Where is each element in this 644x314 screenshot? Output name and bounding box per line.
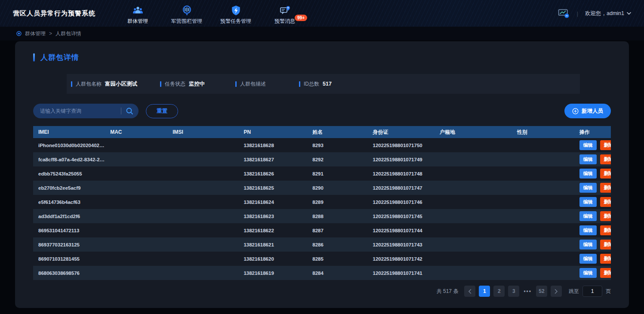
cell-pn: 13821618620 [238,256,307,262]
cell-imei: e5f614736b4acf63 [33,200,105,205]
cell-imei: edbb75243fa25055 [33,171,105,176]
info-item-task-status: 任务状态 监控中 [160,80,235,88]
edit-button[interactable]: 编辑 [579,254,597,264]
pagination-prev-button[interactable] [464,286,475,297]
page-title: 人群包详情 [40,52,79,62]
pagination-ellipsis[interactable]: ••• [523,288,533,294]
info-bar: 人群包名称 富园小区测试 任务状态 监控中 人群包描述 ID总数 517 [67,74,580,94]
column-header-name: 姓名 [307,129,367,136]
delete-button[interactable]: 删除 [600,154,611,164]
info-value: 监控中 [189,80,205,88]
cell-imei: 869531041472113 [33,228,105,233]
table-row: edbb75243fa25055 13821618626 8291 120225… [33,166,611,181]
pagination-page-1[interactable]: 1 [479,286,490,297]
cell-name: 8287 [307,228,367,233]
cell-idcard: 120225198801071744 [368,228,434,233]
cell-imei: 868063038698576 [33,271,105,276]
add-person-button[interactable]: 新增人员 [564,104,611,118]
pagination-page-52[interactable]: 52 [536,286,547,297]
breadcrumb-dot-icon [16,31,22,36]
jump-prefix: 跳至 [569,288,579,295]
table-header-row: IMEI MAC IMSI PN 姓名 身份证 户籍地 性别 操作 [33,126,611,138]
delete-button[interactable]: 删除 [600,268,611,278]
nav-item-fence-management[interactable]: 军营围栏管理 [165,2,208,25]
table-row: fca8cff8-a07a-4ed2-8342-26ab5... 1382161… [33,152,611,166]
delete-button[interactable]: 删除 [600,183,611,193]
shield-icon [230,5,242,16]
cell-name: 8291 [307,171,367,176]
title-row: 人群包详情 [15,41,629,62]
column-header-gender: 性别 [512,129,574,136]
cell-idcard: 120225198801071743 [368,242,434,247]
nav-item-group-management[interactable]: 群体管理 [116,2,159,25]
column-header-idcard: 身份证 [368,129,434,136]
cell-pn: 13821618625 [238,185,307,191]
screen-icon[interactable] [557,7,570,19]
user-menu[interactable]: 欢迎您，admin1 [585,10,631,17]
edit-button[interactable]: 编辑 [579,211,597,221]
cell-idcard: 120225198801071742 [368,256,434,262]
pagination-next-button[interactable] [551,286,562,297]
pagination-page-3[interactable]: 3 [508,286,519,297]
info-value: 富园小区测试 [105,80,137,88]
delete-button[interactable]: 删除 [600,240,611,249]
info-label: 人群包描述 [240,80,266,88]
pagination: 共 517 条 123•••52 跳至 页 [33,286,611,297]
info-label: 人群包名称 [76,80,102,88]
app-header: 营区人员异常行为预警系统 群体管理 [0,0,644,27]
cell-idcard: 120225198801071747 [368,185,434,191]
search-input[interactable] [40,108,117,114]
delete-button[interactable]: 删除 [600,254,611,264]
breadcrumb-item-group[interactable]: 群体管理 [25,30,46,37]
column-header-huji: 户籍地 [434,129,512,136]
nav-item-warning-task-management[interactable]: 预警任务管理 [214,2,257,25]
edit-button[interactable]: 编辑 [579,268,597,278]
jump-suffix: 页 [606,288,611,295]
breadcrumb-separator: > [49,31,52,37]
search-divider [121,108,121,114]
edit-button[interactable]: 编辑 [579,197,597,207]
edit-button[interactable]: 编辑 [579,140,597,150]
search-icon[interactable] [126,107,133,115]
edit-button[interactable]: 编辑 [579,240,597,249]
table-row: eb270fcb2ee5acf9 13821618625 8290 120225… [33,181,611,195]
edit-button[interactable]: 编辑 [579,183,597,193]
cell-name: 8292 [307,157,367,162]
edit-button[interactable]: 编辑 [579,225,597,235]
nav-label: 群体管理 [127,18,148,25]
search-box [33,104,139,118]
cell-pn: 13821618628 [238,143,307,148]
nav-label: 预警消息 [274,18,295,25]
reset-button[interactable]: 重置 [146,104,178,118]
pagination-page-2[interactable]: 2 [493,286,505,297]
nav-item-warning-messages[interactable]: 预警消息 99+ [263,2,306,25]
info-item-package-desc: 人群包描述 [235,80,299,88]
breadcrumb: 群体管理 > 人群包详情 [0,27,644,40]
info-value: 517 [323,81,332,87]
cell-name: 8286 [307,242,367,247]
edit-button[interactable]: 编辑 [579,154,597,164]
delete-button[interactable]: 删除 [600,140,611,150]
header-divider: | [577,10,578,17]
cell-name: 8289 [307,200,367,205]
cell-name: 8288 [307,214,367,219]
cell-pn: 13821618623 [238,214,307,219]
info-tick [71,81,72,87]
edit-button[interactable]: 编辑 [579,169,597,179]
jump-page-input[interactable] [582,286,602,297]
column-header-mac: MAC [105,129,167,135]
cell-actions: 编辑 删除 [574,197,611,207]
group-icon [132,5,144,16]
delete-button[interactable]: 删除 [600,211,611,221]
info-item-id-total: ID总数 517 [299,80,332,88]
person-table: IMEI MAC IMSI PN 姓名 身份证 户籍地 性别 操作 iPhone… [33,126,611,280]
pagination-total: 共 517 条 [437,288,459,295]
delete-button[interactable]: 删除 [600,197,611,207]
delete-button[interactable]: 删除 [600,169,611,179]
cell-pn: 13821618622 [238,228,307,233]
table-row: 868063038698576 13821618619 8284 1202251… [33,266,611,280]
cell-actions: 编辑 删除 [574,254,611,264]
delete-button[interactable]: 删除 [600,225,611,235]
nav-label: 军营围栏管理 [171,18,202,25]
info-tick [299,81,300,87]
